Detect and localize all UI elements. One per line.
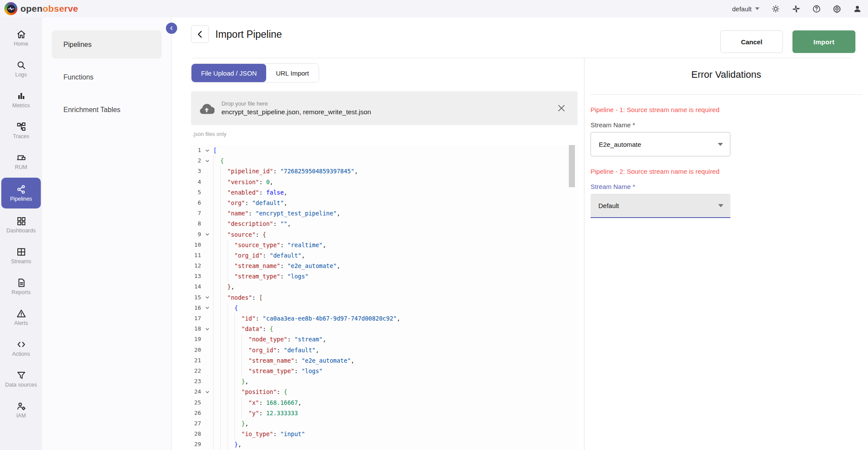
json-code-editor[interactable]: 1[2{3"pipeline_id": "7268259504859397845… — [190, 145, 578, 450]
sidebar-item-home[interactable]: Home — [0, 23, 42, 53]
sidebar-item-streams[interactable]: Streams — [0, 240, 42, 271]
code-token: "input" — [280, 429, 305, 439]
line-number: 5 — [190, 187, 201, 198]
indent-guide — [241, 334, 248, 344]
code-token: "logs" — [287, 271, 309, 281]
close-icon[interactable] — [556, 103, 567, 114]
cancel-button[interactable]: Cancel — [720, 30, 783, 53]
indent-guide — [228, 429, 234, 439]
code-token: "io_type" — [241, 429, 273, 439]
indent-guide — [213, 271, 220, 281]
settings-icon[interactable] — [832, 4, 842, 13]
sidebar-item-logs[interactable]: Logs — [0, 53, 42, 84]
subsidebar-item-pipelines[interactable]: Pipelines — [52, 30, 162, 59]
sidebar-item-label: Home — [14, 41, 28, 47]
editor-line: 7"name": "encrypt_test_pipeline", — [190, 208, 578, 218]
line-number: 25 — [190, 397, 201, 408]
code-token: , — [245, 376, 248, 387]
sidebar-item-alerts[interactable]: Alerts — [0, 302, 42, 333]
import-button[interactable]: Import — [792, 30, 855, 53]
code-token: , — [316, 345, 319, 355]
indent-guide — [220, 303, 227, 313]
sidebar-item-actions[interactable]: Actions — [0, 333, 42, 364]
indent-guide — [213, 366, 220, 376]
code-token: : — [277, 387, 284, 397]
code-token: "realtime" — [287, 240, 323, 250]
code-token: "pipeline_id" — [228, 166, 274, 176]
fold-chevron-icon[interactable] — [201, 387, 213, 397]
indent-guide — [228, 355, 234, 366]
indent-guide — [220, 208, 227, 218]
sidebar-item-rum[interactable]: RUM — [0, 146, 42, 177]
panel-divider — [591, 94, 862, 95]
code-token: , — [351, 355, 354, 366]
dropzone-selected-files: encrypt_test_pipeline.json, remore_write… — [221, 108, 556, 116]
fold-gutter — [201, 250, 213, 261]
slack-icon[interactable] — [791, 4, 801, 13]
light-mode-icon[interactable] — [771, 4, 780, 13]
sidebar-item-pipelines[interactable]: Pipelines — [1, 178, 41, 208]
error-validations-panel: Error Validations Pipeline - 1: Source s… — [584, 58, 868, 450]
fold-chevron-icon[interactable] — [201, 303, 213, 313]
sidebar-item-reports[interactable]: Reports — [0, 271, 42, 302]
indent-guide — [228, 418, 234, 429]
code-token: : — [294, 355, 301, 366]
indent-guide — [220, 334, 227, 344]
sidebar-item-label: Dashboards — [7, 228, 36, 234]
code-token: : — [273, 166, 280, 176]
fold-chevron-icon[interactable] — [201, 145, 213, 156]
fold-chevron-icon[interactable] — [201, 324, 213, 334]
sidebar-item-traces[interactable]: Traces — [0, 115, 42, 146]
subsidebar-item-functions[interactable]: Functions — [52, 63, 162, 91]
fold-chevron-icon[interactable] — [201, 292, 213, 303]
code-token: "data" — [241, 324, 263, 334]
indent-guide — [213, 166, 220, 176]
indent-guide — [241, 345, 248, 355]
account-icon[interactable] — [852, 4, 862, 13]
subsidebar-item-enrichment-tables[interactable]: Enrichment Tables — [52, 96, 162, 124]
sidebar-item-metrics[interactable]: Metrics — [0, 84, 42, 115]
code-token: "encrypt_test_pipeline" — [256, 208, 337, 218]
indent-guide — [213, 397, 220, 408]
help-icon[interactable] — [812, 4, 821, 13]
code-token: "default" — [252, 198, 284, 208]
indent-guide — [213, 408, 220, 418]
code-token: : — [273, 429, 280, 439]
tab-url-import[interactable]: URL Import — [266, 64, 318, 82]
sidebar-item-iam[interactable]: IAM — [0, 394, 42, 425]
sidebar-item-label: Traces — [13, 133, 30, 139]
fold-chevron-icon[interactable] — [201, 156, 213, 166]
code-token: : — [252, 292, 259, 303]
code-token: : — [256, 313, 263, 324]
tab-file-upload-json[interactable]: File Upload / JSON — [191, 64, 266, 82]
search-icon — [16, 60, 26, 70]
indent-guide — [213, 177, 220, 187]
code-token: , — [323, 334, 326, 344]
brand-logo[interactable]: openobserve — [4, 2, 78, 15]
back-button[interactable] — [191, 25, 209, 43]
file-dropzone[interactable]: Drop your file here encrypt_test_pipelin… — [191, 91, 578, 125]
sidebar-item-data-sources[interactable]: Data sources — [0, 364, 42, 394]
indent-guide — [220, 439, 227, 450]
line-number: 8 — [190, 218, 201, 229]
code-token: : — [277, 345, 284, 355]
sidebar-collapse-button[interactable] — [165, 22, 178, 35]
stream-name-select-2[interactable]: Default — [591, 194, 730, 218]
stream-name-value-2: Default — [598, 202, 619, 209]
line-number: 12 — [190, 261, 201, 271]
code-token: "" — [280, 218, 287, 229]
code-token: : — [259, 397, 266, 408]
fold-chevron-icon[interactable] — [201, 229, 213, 240]
indent-guide — [228, 324, 234, 334]
indent-guide — [234, 418, 241, 429]
line-number: 21 — [190, 355, 201, 366]
indent-guide — [234, 313, 241, 324]
editor-scrollbar[interactable] — [569, 145, 575, 187]
stream-name-select-1[interactable]: E2e_automate — [591, 132, 730, 156]
fold-gutter — [201, 218, 213, 229]
code-token: "x" — [248, 397, 259, 408]
sidebar-item-dashboards[interactable]: Dashboards — [0, 209, 42, 240]
code-token: { — [234, 303, 238, 313]
chevron-down-icon — [718, 143, 723, 146]
organization-selector[interactable]: default — [732, 5, 759, 13]
